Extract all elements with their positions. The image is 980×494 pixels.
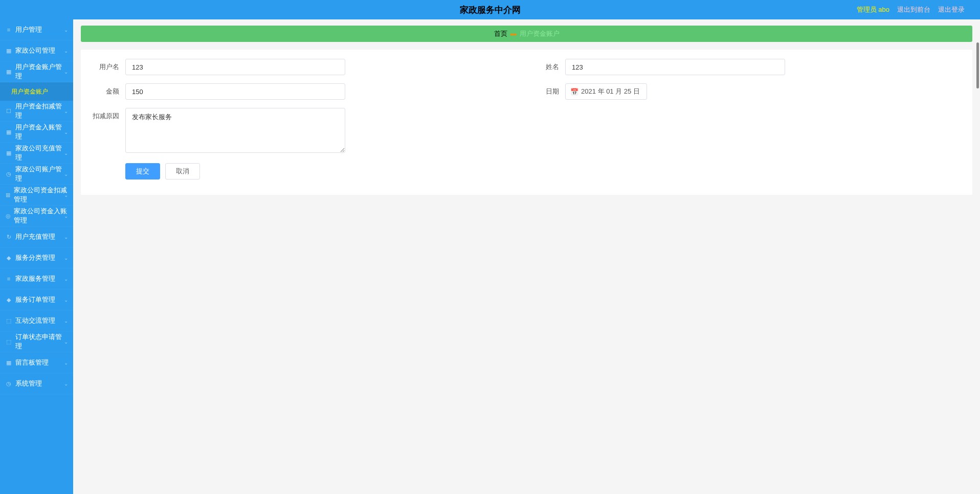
menu-icon: ≡ bbox=[5, 26, 12, 33]
chevron-down-icon: ⌄ bbox=[64, 27, 68, 33]
chevron-down-icon: ⌄ bbox=[64, 318, 68, 324]
menu-icon: ◆ bbox=[5, 296, 12, 303]
chevron-down-icon: ⌄ bbox=[64, 192, 68, 198]
chevron-down-icon: ⌄ bbox=[64, 48, 68, 54]
amount-input[interactable] bbox=[125, 83, 345, 100]
form-panel: 用户名 姓名 金额 日期 📅 bbox=[81, 50, 972, 195]
breadcrumb: 首页 ▸▸▸ 用户资金账户 bbox=[81, 26, 972, 42]
sidebar-item-6[interactable]: ◷家政公司账户管理⌄ bbox=[0, 164, 73, 185]
sidebar-item-label: 家政公司管理 bbox=[15, 46, 55, 55]
admin-label: 管理员 abo bbox=[857, 5, 889, 14]
menu-icon: ☐ bbox=[5, 107, 12, 115]
chevron-down-icon: ⌄ bbox=[64, 213, 68, 219]
menu-icon: ⊞ bbox=[5, 191, 11, 198]
sidebar-subitem[interactable]: 用户资金账户 bbox=[0, 82, 73, 101]
chevron-down-icon: ⌄ bbox=[64, 150, 68, 156]
sidebar-item-label: 家政公司资金入账管理 bbox=[14, 207, 68, 225]
sidebar-item-label: 用户资金扣减管理 bbox=[15, 102, 68, 120]
sidebar-item-label: 用户充值管理 bbox=[15, 232, 55, 241]
breadcrumb-separator-icon: ▸▸▸ bbox=[510, 31, 517, 37]
sidebar-item-13[interactable]: ⬚互动交流管理⌄ bbox=[0, 310, 73, 331]
submit-button[interactable]: 提交 bbox=[125, 163, 160, 179]
sidebar-item-label: 家政服务管理 bbox=[15, 274, 55, 283]
chevron-down-icon: ⌄ bbox=[64, 360, 68, 366]
menu-icon: ▦ bbox=[5, 128, 12, 136]
logout-link[interactable]: 退出登录 bbox=[938, 5, 965, 14]
sidebar-item-label: 系统管理 bbox=[15, 379, 42, 388]
header-right-actions: 管理员 abo 退出到前台 退出登录 bbox=[857, 5, 965, 14]
name-input[interactable] bbox=[565, 59, 785, 75]
chevron-down-icon: ⌄ bbox=[64, 69, 68, 75]
date-label: 日期 bbox=[541, 87, 559, 96]
menu-icon: ▦ bbox=[5, 359, 12, 366]
menu-icon: ≡ bbox=[5, 275, 12, 282]
sidebar-item-label: 用户资金账户管理 bbox=[15, 62, 68, 81]
chevron-down-icon: ⌄ bbox=[64, 255, 68, 261]
calendar-icon: 📅 bbox=[570, 88, 578, 96]
sidebar-item-10[interactable]: ◆服务分类管理⌄ bbox=[0, 248, 73, 268]
menu-icon: ◷ bbox=[5, 170, 12, 177]
chevron-down-icon: ⌄ bbox=[64, 234, 68, 240]
sidebar: ≡用户管理⌄▦家政公司管理⌄▦用户资金账户管理⌄用户资金账户☐用户资金扣减管理⌄… bbox=[0, 19, 73, 494]
menu-icon: ▦ bbox=[5, 68, 12, 75]
sidebar-item-0[interactable]: ≡用户管理⌄ bbox=[0, 19, 73, 40]
exit-to-frontend-link[interactable]: 退出到前台 bbox=[897, 5, 930, 14]
sidebar-item-14[interactable]: ⬚订单状态申请管理⌄ bbox=[0, 331, 73, 352]
sidebar-item-label: 家政公司账户管理 bbox=[15, 165, 68, 183]
sidebar-item-15[interactable]: ▦留言板管理⌄ bbox=[0, 352, 73, 373]
chevron-down-icon: ⌄ bbox=[64, 339, 68, 345]
menu-icon: ◎ bbox=[5, 212, 11, 219]
name-label: 姓名 bbox=[541, 62, 559, 72]
sidebar-item-9[interactable]: ↻用户充值管理⌄ bbox=[0, 227, 73, 248]
menu-icon: ▦ bbox=[5, 149, 12, 156]
sidebar-item-label: 服务订单管理 bbox=[15, 295, 55, 304]
scrollbar-thumb[interactable] bbox=[976, 42, 979, 88]
sidebar-item-7[interactable]: ⊞家政公司资金扣减管理⌄ bbox=[0, 185, 73, 206]
chevron-down-icon: ⌄ bbox=[64, 381, 68, 387]
menu-icon: ▦ bbox=[5, 47, 12, 54]
sidebar-item-16[interactable]: ◷系统管理⌄ bbox=[0, 373, 73, 394]
chevron-down-icon: ⌄ bbox=[64, 171, 68, 177]
menu-icon: ⬚ bbox=[5, 338, 12, 345]
chevron-down-icon: ⌄ bbox=[64, 129, 68, 135]
chevron-down-icon: ⌄ bbox=[64, 297, 68, 303]
menu-icon: ⬚ bbox=[5, 317, 12, 324]
sidebar-item-label: 互动交流管理 bbox=[15, 316, 55, 325]
sidebar-item-label: 用户资金入账管理 bbox=[15, 123, 68, 141]
main-content: 首页 ▸▸▸ 用户资金账户 用户名 姓名 金额 bbox=[73, 19, 980, 494]
menu-icon: ◷ bbox=[5, 380, 12, 387]
app-title: 家政服务中介网 bbox=[460, 4, 521, 16]
amount-label: 金额 bbox=[91, 83, 119, 96]
sidebar-item-label: 用户管理 bbox=[15, 25, 42, 34]
sidebar-item-1[interactable]: ▦家政公司管理⌄ bbox=[0, 40, 73, 61]
breadcrumb-current: 用户资金账户 bbox=[520, 29, 560, 38]
app-header: 家政服务中介网 管理员 abo 退出到前台 退出登录 bbox=[0, 0, 980, 19]
menu-icon: ◆ bbox=[5, 254, 12, 261]
sidebar-item-5[interactable]: ▦家政公司充值管理⌄ bbox=[0, 143, 73, 164]
sidebar-item-2[interactable]: ▦用户资金账户管理⌄ bbox=[0, 61, 73, 82]
sidebar-item-label: 家政公司资金扣减管理 bbox=[14, 186, 68, 204]
reason-label: 扣减原因 bbox=[91, 108, 119, 121]
sidebar-item-11[interactable]: ≡家政服务管理⌄ bbox=[0, 268, 73, 289]
reason-textarea[interactable] bbox=[125, 108, 345, 153]
chevron-down-icon: ⌄ bbox=[64, 108, 68, 114]
sidebar-item-label: 留言板管理 bbox=[15, 358, 49, 367]
sidebar-item-8[interactable]: ◎家政公司资金入账管理⌄ bbox=[0, 206, 73, 227]
sidebar-item-label: 家政公司充值管理 bbox=[15, 144, 68, 162]
cancel-button[interactable]: 取消 bbox=[165, 163, 200, 179]
breadcrumb-home[interactable]: 首页 bbox=[494, 29, 507, 38]
sidebar-item-label: 服务分类管理 bbox=[15, 253, 55, 262]
sidebar-item-4[interactable]: ▦用户资金入账管理⌄ bbox=[0, 122, 73, 143]
sidebar-item-12[interactable]: ◆服务订单管理⌄ bbox=[0, 289, 73, 310]
username-input[interactable] bbox=[125, 59, 345, 75]
sidebar-item-label: 订单状态申请管理 bbox=[15, 332, 68, 351]
username-label: 用户名 bbox=[91, 59, 119, 72]
chevron-down-icon: ⌄ bbox=[64, 276, 68, 282]
menu-icon: ↻ bbox=[5, 233, 12, 240]
sidebar-item-3[interactable]: ☐用户资金扣减管理⌄ bbox=[0, 101, 73, 122]
